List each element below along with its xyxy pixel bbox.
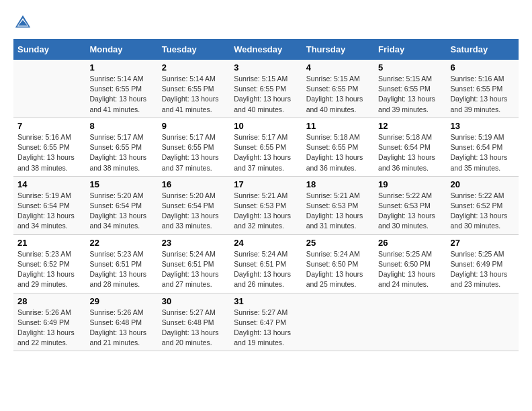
- calendar-cell: 26Sunrise: 5:25 AM Sunset: 6:50 PM Dayli…: [374, 234, 446, 293]
- calendar-cell: 1Sunrise: 5:14 AM Sunset: 6:55 PM Daylig…: [85, 60, 157, 118]
- cell-content: Sunrise: 5:14 AM Sunset: 6:55 PM Dayligh…: [162, 74, 226, 115]
- day-number: 15: [89, 179, 153, 189]
- cell-content: Sunrise: 5:23 AM Sunset: 6:51 PM Dayligh…: [89, 249, 153, 290]
- day-number: 24: [234, 238, 298, 248]
- day-number: 5: [378, 62, 442, 73]
- cell-content: Sunrise: 5:25 AM Sunset: 6:49 PM Dayligh…: [451, 249, 515, 290]
- header-cell-saturday: Saturday: [447, 39, 519, 60]
- day-number: 14: [17, 179, 81, 189]
- header-cell-tuesday: Tuesday: [158, 39, 230, 60]
- cell-content: Sunrise: 5:20 AM Sunset: 6:54 PM Dayligh…: [89, 191, 153, 232]
- day-number: 22: [89, 238, 153, 248]
- cell-content: Sunrise: 5:24 AM Sunset: 6:51 PM Dayligh…: [162, 249, 226, 290]
- calendar-cell: 19Sunrise: 5:22 AM Sunset: 6:53 PM Dayli…: [374, 176, 446, 234]
- logo: [13, 13, 35, 32]
- calendar-cell: 4Sunrise: 5:15 AM Sunset: 6:55 PM Daylig…: [302, 60, 374, 118]
- calendar-header-row: SundayMondayTuesdayWednesdayThursdayFrid…: [13, 39, 519, 60]
- cell-content: Sunrise: 5:22 AM Sunset: 6:52 PM Dayligh…: [451, 191, 515, 232]
- day-number: 27: [451, 238, 515, 248]
- calendar-cell: [13, 60, 85, 118]
- cell-content: Sunrise: 5:20 AM Sunset: 6:54 PM Dayligh…: [162, 191, 226, 232]
- calendar-cell: [302, 293, 374, 351]
- day-number: 23: [162, 238, 226, 248]
- cell-content: Sunrise: 5:18 AM Sunset: 6:55 PM Dayligh…: [306, 132, 370, 173]
- header-cell-monday: Monday: [85, 39, 157, 60]
- calendar-cell: 18Sunrise: 5:21 AM Sunset: 6:53 PM Dayli…: [302, 176, 374, 234]
- day-number: 7: [17, 121, 81, 131]
- cell-content: Sunrise: 5:19 AM Sunset: 6:54 PM Dayligh…: [451, 132, 515, 173]
- cell-content: Sunrise: 5:19 AM Sunset: 6:54 PM Dayligh…: [17, 191, 81, 232]
- calendar-cell: 11Sunrise: 5:18 AM Sunset: 6:55 PM Dayli…: [302, 118, 374, 176]
- calendar-cell: 7Sunrise: 5:16 AM Sunset: 6:55 PM Daylig…: [13, 118, 85, 176]
- day-number: 17: [234, 179, 298, 189]
- cell-content: Sunrise: 5:21 AM Sunset: 6:53 PM Dayligh…: [234, 191, 298, 232]
- calendar-cell: 10Sunrise: 5:17 AM Sunset: 6:55 PM Dayli…: [230, 118, 302, 176]
- cell-content: Sunrise: 5:25 AM Sunset: 6:50 PM Dayligh…: [378, 249, 442, 290]
- day-number: 1: [89, 62, 153, 73]
- day-number: 11: [306, 121, 370, 131]
- calendar-cell: 28Sunrise: 5:26 AM Sunset: 6:49 PM Dayli…: [13, 293, 85, 351]
- calendar-cell: 24Sunrise: 5:24 AM Sunset: 6:51 PM Dayli…: [230, 234, 302, 293]
- header-cell-sunday: Sunday: [13, 39, 85, 60]
- calendar-cell: 21Sunrise: 5:23 AM Sunset: 6:52 PM Dayli…: [13, 234, 85, 293]
- day-number: 25: [306, 238, 370, 248]
- day-number: 29: [89, 296, 153, 306]
- calendar-cell: 16Sunrise: 5:20 AM Sunset: 6:54 PM Dayli…: [158, 176, 230, 234]
- day-number: 3: [234, 62, 298, 73]
- calendar-cell: 15Sunrise: 5:20 AM Sunset: 6:54 PM Dayli…: [85, 176, 157, 234]
- day-number: 19: [378, 179, 442, 189]
- calendar-cell: 29Sunrise: 5:26 AM Sunset: 6:48 PM Dayli…: [85, 293, 157, 351]
- day-number: 18: [306, 179, 370, 189]
- cell-content: Sunrise: 5:27 AM Sunset: 6:47 PM Dayligh…: [234, 308, 298, 349]
- logo-icon: [13, 13, 32, 32]
- cell-content: Sunrise: 5:18 AM Sunset: 6:54 PM Dayligh…: [378, 132, 442, 173]
- day-number: 16: [162, 179, 226, 189]
- calendar-cell: 2Sunrise: 5:14 AM Sunset: 6:55 PM Daylig…: [158, 60, 230, 118]
- day-number: 30: [162, 296, 226, 306]
- calendar-cell: 23Sunrise: 5:24 AM Sunset: 6:51 PM Dayli…: [158, 234, 230, 293]
- cell-content: Sunrise: 5:24 AM Sunset: 6:50 PM Dayligh…: [306, 249, 370, 290]
- day-number: 31: [234, 296, 298, 306]
- cell-content: Sunrise: 5:23 AM Sunset: 6:52 PM Dayligh…: [17, 249, 81, 290]
- cell-content: Sunrise: 5:15 AM Sunset: 6:55 PM Dayligh…: [234, 74, 298, 115]
- cell-content: Sunrise: 5:15 AM Sunset: 6:55 PM Dayligh…: [306, 74, 370, 115]
- day-number: 10: [234, 121, 298, 131]
- calendar-week-4: 28Sunrise: 5:26 AM Sunset: 6:49 PM Dayli…: [13, 293, 519, 351]
- calendar-cell: 3Sunrise: 5:15 AM Sunset: 6:55 PM Daylig…: [230, 60, 302, 118]
- day-number: 2: [162, 62, 226, 73]
- cell-content: Sunrise: 5:17 AM Sunset: 6:55 PM Dayligh…: [234, 132, 298, 173]
- day-number: 13: [451, 121, 515, 131]
- calendar-cell: [447, 293, 519, 351]
- day-number: 20: [451, 179, 515, 189]
- calendar-cell: 9Sunrise: 5:17 AM Sunset: 6:55 PM Daylig…: [158, 118, 230, 176]
- page-header: [13, 13, 519, 32]
- header-cell-friday: Friday: [374, 39, 446, 60]
- day-number: 12: [378, 121, 442, 131]
- cell-content: Sunrise: 5:21 AM Sunset: 6:53 PM Dayligh…: [306, 191, 370, 232]
- calendar-week-2: 14Sunrise: 5:19 AM Sunset: 6:54 PM Dayli…: [13, 176, 519, 234]
- cell-content: Sunrise: 5:15 AM Sunset: 6:55 PM Dayligh…: [378, 74, 442, 115]
- cell-content: Sunrise: 5:24 AM Sunset: 6:51 PM Dayligh…: [234, 249, 298, 290]
- cell-content: Sunrise: 5:17 AM Sunset: 6:55 PM Dayligh…: [89, 132, 153, 173]
- day-number: 9: [162, 121, 226, 131]
- calendar-cell: 30Sunrise: 5:27 AM Sunset: 6:48 PM Dayli…: [158, 293, 230, 351]
- day-number: 26: [378, 238, 442, 248]
- calendar-cell: 22Sunrise: 5:23 AM Sunset: 6:51 PM Dayli…: [85, 234, 157, 293]
- calendar-cell: 14Sunrise: 5:19 AM Sunset: 6:54 PM Dayli…: [13, 176, 85, 234]
- calendar-cell: 6Sunrise: 5:16 AM Sunset: 6:55 PM Daylig…: [447, 60, 519, 118]
- calendar-cell: 27Sunrise: 5:25 AM Sunset: 6:49 PM Dayli…: [447, 234, 519, 293]
- calendar-cell: [374, 293, 446, 351]
- day-number: 8: [89, 121, 153, 131]
- day-number: 4: [306, 62, 370, 73]
- calendar-cell: 8Sunrise: 5:17 AM Sunset: 6:55 PM Daylig…: [85, 118, 157, 176]
- day-number: 21: [17, 238, 81, 248]
- calendar-cell: 31Sunrise: 5:27 AM Sunset: 6:47 PM Dayli…: [230, 293, 302, 351]
- day-number: 6: [451, 62, 515, 73]
- calendar-week-1: 7Sunrise: 5:16 AM Sunset: 6:55 PM Daylig…: [13, 118, 519, 176]
- header-cell-thursday: Thursday: [302, 39, 374, 60]
- cell-content: Sunrise: 5:14 AM Sunset: 6:55 PM Dayligh…: [89, 74, 153, 115]
- calendar-cell: 12Sunrise: 5:18 AM Sunset: 6:54 PM Dayli…: [374, 118, 446, 176]
- calendar-table: SundayMondayTuesdayWednesdayThursdayFrid…: [13, 39, 519, 351]
- calendar-cell: 13Sunrise: 5:19 AM Sunset: 6:54 PM Dayli…: [447, 118, 519, 176]
- cell-content: Sunrise: 5:27 AM Sunset: 6:48 PM Dayligh…: [162, 308, 226, 349]
